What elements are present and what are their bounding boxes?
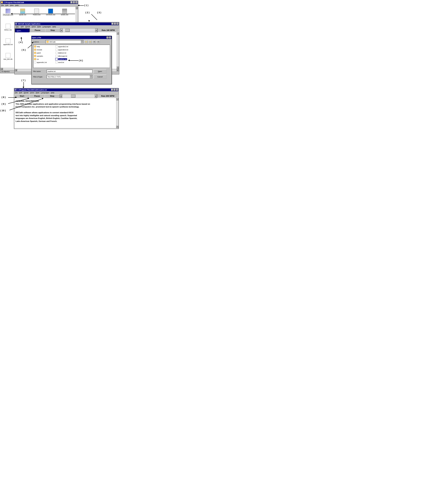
slider-thumb[interactable] xyxy=(65,29,70,32)
close-button[interactable]: × xyxy=(116,23,119,25)
arrowhead-icon xyxy=(28,98,29,99)
annotation-arrow xyxy=(79,5,84,6)
reader-client: GENERAL DESCRIPTION: This SDK includes a… xyxy=(15,98,118,128)
explorer-title: C:\Program Files\DECtalk xyxy=(4,1,24,3)
slider-left-button[interactable]: ◀ xyxy=(60,29,63,32)
menu-edit[interactable]: Edit xyxy=(21,26,24,28)
annotation-2: ( 2 ) xyxy=(85,11,89,14)
folder-icon xyxy=(47,41,49,43)
annotation-1: ( 1 ) xyxy=(84,4,88,7)
scroll-right-button[interactable]: ▶ xyxy=(117,69,119,71)
scroll-up-button[interactable]: ▲ xyxy=(116,98,118,100)
menu-edit[interactable]: Edit xyxy=(5,4,8,6)
close-button[interactable]: × xyxy=(109,36,111,39)
icon-windic[interactable]: windic.exe xyxy=(58,9,71,16)
folder-us[interactable]: Us xyxy=(34,58,39,60)
menu-help[interactable]: Help xyxy=(51,92,54,93)
app-vscroll[interactable]: ▲ ▼ xyxy=(117,32,119,69)
rate-slider[interactable]: ◀ ▶ xyxy=(60,29,98,32)
menu-rate[interactable]: Rate xyxy=(36,92,39,93)
close-button[interactable]: × xyxy=(75,1,78,3)
folder-help[interactable]: help xyxy=(34,46,40,47)
menu-file[interactable]: File xyxy=(15,26,19,28)
lookin-combo[interactable]: DECtalk ▼ xyxy=(46,40,83,43)
lookin-label: Look in: xyxy=(33,41,46,43)
file-dtkmsapi[interactable]: dtkmsapi.txt xyxy=(56,55,67,57)
annotation-arrow xyxy=(24,82,24,87)
menu-languages[interactable]: Languages xyxy=(41,92,49,93)
folder-patch[interactable]: patch xyxy=(34,52,41,54)
slider-thumb[interactable] xyxy=(71,95,75,98)
stop-button[interactable]: Stop xyxy=(45,29,60,32)
app-title: DECtalk Sample Application xyxy=(18,23,40,25)
pause-button[interactable]: Pause xyxy=(30,94,45,98)
file-list[interactable]: help include patch samples Us appendix1.… xyxy=(33,45,110,68)
slider-right-button[interactable]: ▶ xyxy=(95,29,97,32)
menu-speak[interactable]: Speak xyxy=(25,26,30,28)
dropdown-button[interactable]: ▼ xyxy=(81,40,83,43)
maximize-button[interactable]: □ xyxy=(114,23,116,25)
menu-view[interactable]: View xyxy=(10,4,14,6)
dropdown-button[interactable]: ▼ xyxy=(90,75,92,78)
file-appendix2[interactable]: appendix2.txt xyxy=(56,46,68,47)
explorer-menubar: File Edit View Help xyxy=(0,4,78,7)
file-word[interactable]: word.txt xyxy=(56,61,64,63)
new-folder-button[interactable]: ✨ xyxy=(88,40,92,43)
menu-file[interactable]: File xyxy=(15,92,18,93)
filename-label: File name: xyxy=(33,70,46,72)
cancel-button[interactable]: Cancel xyxy=(94,75,106,79)
minimize-button[interactable]: _ xyxy=(111,23,114,25)
icon-newdic1[interactable]: new_dic1.dic xyxy=(2,53,14,60)
icon-speak[interactable]: speak.exe xyxy=(16,9,29,16)
icon-appendix2[interactable]: appendix2.txt xyxy=(2,39,14,45)
scroll-down-button[interactable]: ▼ xyxy=(116,126,118,128)
scroll-up-button[interactable]: ▲ xyxy=(76,7,78,9)
up-folder-button[interactable]: 📁 xyxy=(84,40,88,43)
folder-samples[interactable]: samples xyxy=(34,55,43,57)
maximize-button[interactable]: □ xyxy=(73,1,75,3)
stop-button[interactable]: Stop xyxy=(45,94,60,98)
filetype-combo[interactable]: Text Files (*.TXT) ▼ xyxy=(47,75,92,78)
menu-voice[interactable]: Voice xyxy=(32,26,36,28)
folder-include[interactable]: include xyxy=(34,49,42,51)
file-appendix1[interactable]: appendix1.txt xyxy=(34,61,47,63)
annotation-arrow xyxy=(69,60,79,61)
filename-input[interactable]: readme.txt xyxy=(47,70,92,73)
menu-voice[interactable]: Voice xyxy=(30,92,34,93)
menu-file[interactable]: File xyxy=(1,4,4,6)
scroll-left-button[interactable]: ◀ xyxy=(15,69,17,71)
details-view-button[interactable]: ☳ xyxy=(96,40,100,43)
slider-left-button[interactable]: ◀ xyxy=(60,94,62,98)
close-button[interactable]: × xyxy=(116,89,118,91)
menu-help[interactable]: Help xyxy=(15,4,19,6)
reader-vscroll[interactable]: ▲ ▼ xyxy=(116,98,118,128)
scroll-down-button[interactable]: ▼ xyxy=(117,67,119,69)
minimize-button[interactable]: _ xyxy=(70,1,72,3)
scroll-up-button[interactable]: ▲ xyxy=(117,32,119,35)
annotation-6: ( 6 ) xyxy=(79,59,83,62)
list-view-button[interactable]: ☰ xyxy=(92,40,96,43)
annotation-arrow xyxy=(91,14,97,20)
maximize-button[interactable]: □ xyxy=(113,89,116,91)
menu-help[interactable]: Help xyxy=(52,26,56,28)
pause-button[interactable]: Pause xyxy=(30,29,45,32)
reader-toolbar: Start Pause Stop ◀ ▶ Rate 200 WPM xyxy=(15,94,118,98)
rate-slider[interactable]: ◀ ▶ xyxy=(60,94,97,98)
icon-deisl1[interactable]: DeIsL1.isu xyxy=(2,24,14,31)
slider-right-button[interactable]: ▶ xyxy=(95,94,97,98)
icon-ttstest[interactable]: Ttstest.exe xyxy=(31,9,43,16)
menu-rate[interactable]: Rate xyxy=(37,26,41,28)
minimize-button[interactable]: _ xyxy=(111,89,113,91)
menu-speak[interactable]: Speak xyxy=(24,92,29,93)
menu-edit[interactable]: Edit xyxy=(19,92,22,93)
open-button[interactable]: Open xyxy=(94,69,106,73)
file-dtalkver[interactable]: dtalkver.txt xyxy=(56,52,66,54)
menu-languages[interactable]: Languages xyxy=(42,26,51,28)
icon-dtsample[interactable]: Dtsample.exe xyxy=(2,9,14,16)
file-menu-open[interactable]: Open... xyxy=(15,29,29,32)
file-appendix3[interactable]: appendix3.txt xyxy=(56,49,68,51)
file-readme[interactable]: readme.txt xyxy=(56,58,67,60)
help-button[interactable]: ? xyxy=(106,36,109,39)
scroll-left-button[interactable]: ◀ xyxy=(1,68,3,70)
icon-vercheck[interactable]: vercheck.exe xyxy=(44,9,57,16)
